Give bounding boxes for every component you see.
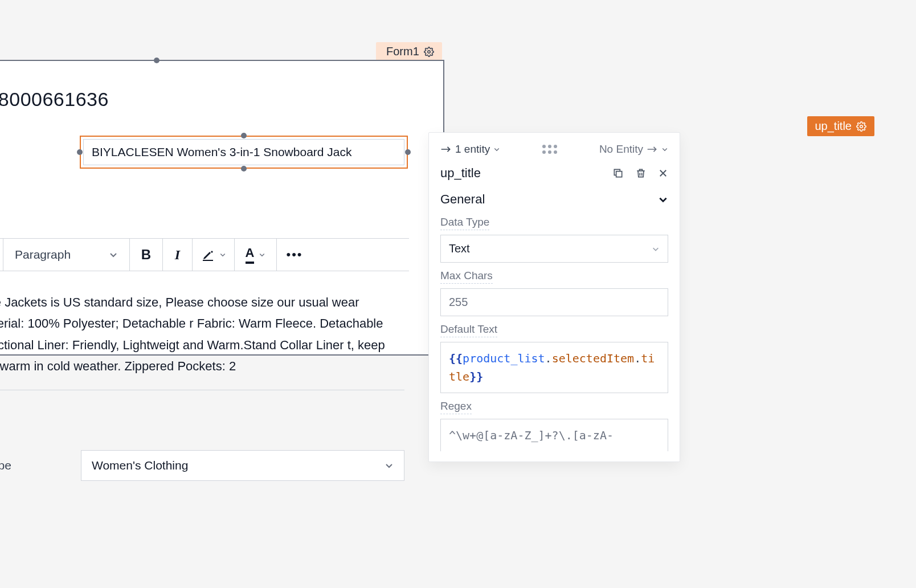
chevron-down-icon: [259, 251, 265, 258]
arrow-right-icon: [440, 145, 452, 153]
more-button[interactable]: •••: [277, 239, 312, 271]
default-text-input[interactable]: {{product_list.selectedItem.title}}: [440, 342, 668, 393]
max-chars-label: Max Chars: [440, 270, 493, 284]
regex-value: ^\w+@[a-zA-Z_]+?\.[a-zA-: [449, 428, 614, 442]
close-icon[interactable]: [658, 168, 668, 178]
max-chars-input[interactable]: 255: [440, 288, 668, 316]
arrow-right-icon: [647, 145, 658, 153]
form-name-label: Form1: [386, 45, 419, 58]
product-id-heading: 528000661636: [0, 61, 443, 126]
section-general[interactable]: General: [429, 184, 680, 211]
product-type-label: ct type: [0, 459, 57, 472]
data-type-label: Data Type: [440, 216, 489, 230]
bold-button[interactable]: B: [130, 239, 163, 271]
chevron-down-icon: [652, 245, 660, 253]
text-color-button[interactable]: A: [235, 239, 277, 271]
trash-icon[interactable]: [635, 168, 647, 179]
data-type-select[interactable]: Text: [440, 235, 668, 263]
chevron-down-icon: [109, 250, 118, 259]
resize-handle[interactable]: [241, 166, 247, 172]
more-icon: •••: [286, 247, 302, 262]
chevron-down-icon: [385, 461, 394, 470]
gear-icon: [856, 121, 866, 132]
marker-icon: [201, 248, 215, 262]
token-dot: .: [634, 352, 641, 365]
token-prop: selectedItem: [552, 352, 635, 365]
properties-panel: 1 entity No Entity up_title General Data…: [428, 132, 680, 462]
entity-link[interactable]: 1 entity: [440, 143, 500, 156]
chevron-down-icon: [658, 194, 668, 205]
text-color-icon: A: [246, 246, 255, 264]
regex-input[interactable]: ^\w+@[a-zA-Z_]+?\.[a-zA-: [440, 419, 668, 451]
product-type-select[interactable]: Women's Clothing: [81, 450, 404, 481]
svg-rect-2: [203, 260, 213, 261]
chevron-down-icon: [219, 251, 226, 258]
panel-title: up_title: [440, 166, 481, 181]
gear-icon: [424, 47, 434, 57]
svg-rect-3: [616, 172, 622, 177]
section-general-label: General: [440, 192, 485, 207]
rte-toolbar: Paragraph B I A •••: [0, 238, 409, 271]
italic-button[interactable]: I: [163, 239, 193, 271]
product-type-value: Women's Clothing: [92, 459, 188, 472]
title-input[interactable]: BIYLACLESEN Women's 3-in-1 Snowboard Jac…: [83, 139, 404, 165]
token-brace-close: }}: [469, 370, 483, 383]
regex-label: Regex: [440, 400, 472, 414]
chevron-down-icon: [493, 146, 500, 153]
copy-icon[interactable]: [612, 168, 624, 179]
block-style-label: Paragraph: [15, 248, 71, 262]
no-entity-label: No Entity: [599, 143, 643, 156]
svg-point-1: [860, 125, 863, 128]
default-text-label: Default Text: [440, 323, 497, 337]
block-style-select[interactable]: Paragraph: [3, 239, 130, 271]
token-object: product_list: [463, 352, 545, 365]
resize-handle[interactable]: [405, 149, 411, 155]
bold-icon: B: [141, 247, 151, 263]
highlight-button[interactable]: [193, 239, 235, 271]
widget-name-badge[interactable]: up_title: [807, 116, 875, 136]
form-name-badge[interactable]: Form1: [376, 42, 442, 61]
data-type-value: Text: [449, 242, 470, 255]
widget-name-label: up_title: [815, 120, 852, 133]
italic-icon: I: [175, 247, 180, 263]
token-brace-open: {{: [449, 352, 463, 365]
selected-widget[interactable]: BIYLACLESEN Women's 3-in-1 Snowboard Jac…: [80, 136, 408, 169]
resize-handle[interactable]: [154, 58, 160, 63]
chevron-down-icon: [661, 146, 668, 153]
description-editor[interactable]: :The Jackets is US standard size, Please…: [0, 285, 404, 390]
resize-handle[interactable]: [241, 133, 247, 138]
svg-point-0: [428, 50, 431, 53]
token-dot: .: [545, 352, 552, 365]
entity-count-label: 1 entity: [455, 143, 490, 156]
resize-handle[interactable]: [77, 149, 83, 155]
no-entity-link[interactable]: No Entity: [599, 143, 668, 156]
drag-handle-icon[interactable]: [542, 145, 557, 154]
max-chars-value: 255: [449, 296, 468, 309]
